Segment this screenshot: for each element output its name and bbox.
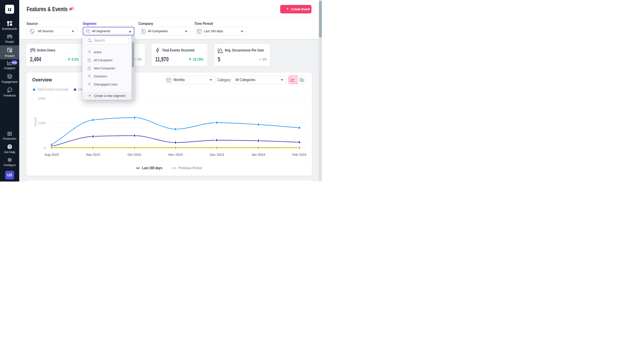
svg-text:u: u bbox=[8, 5, 12, 13]
svg-text:?: ? bbox=[9, 145, 10, 148]
